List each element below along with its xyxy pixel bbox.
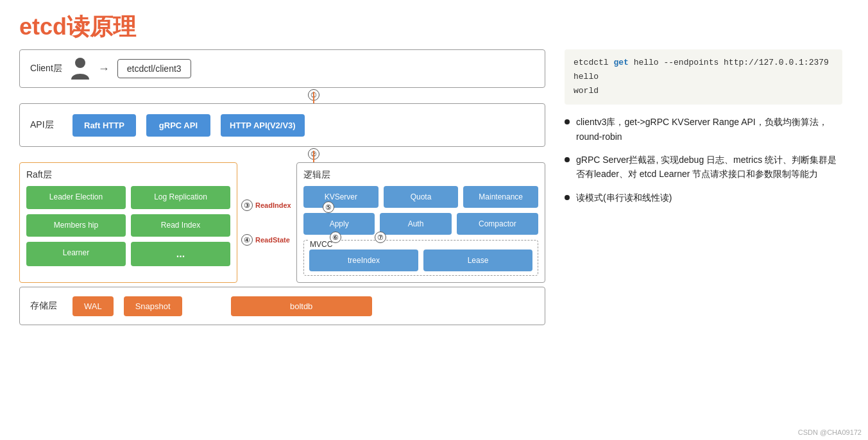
bullet-text-3: 读模式(串行读和线性读) (576, 190, 672, 205)
svg-point-0 (75, 58, 85, 68)
code-line1-rest: hello --endpoints http://127.0.0.1:2379 (629, 58, 829, 67)
learner-btn: Learner (26, 242, 126, 266)
maintenance-btn: Maintenance (463, 186, 538, 208)
read-index-annotation: ReadIndex (255, 201, 291, 209)
lease-btn: Lease (423, 250, 532, 271)
circle-6: ⑥ (330, 232, 341, 243)
bullet-item-2: gRPC Server拦截器, 实现debug 日志、metrics 统计、判断… (565, 153, 842, 182)
arrow-right: → (98, 62, 110, 76)
raft-layer-label: Raft层 (26, 169, 230, 181)
code-line3: world (574, 84, 833, 98)
storage-layer: 存储层 WAL Snapshot boltdb (19, 287, 545, 325)
kvserver-btn: KVServer (303, 186, 379, 208)
diagram-area: Client层 → etcdctl/client3 ① API层 Raft HT… (19, 49, 545, 329)
treeindex-btn: treeIndex (309, 250, 418, 271)
client-target-box: etcdctl/client3 (117, 59, 191, 78)
raft-layer: Raft层 Leader Election Log Replication Me… (19, 162, 237, 283)
logic-layer-label: 逻辑层 (303, 169, 538, 181)
code-keyword: get (613, 58, 628, 67)
right-panel: etcdctl get hello --endpoints http://127… (558, 49, 849, 329)
grpc-api-button: gRPC API (146, 114, 210, 137)
wal-button: WAL (72, 296, 114, 316)
watermark: CSDN @CHA09172 (798, 428, 862, 436)
apply-btn: Apply (303, 213, 375, 235)
api-layer-label: API层 (30, 119, 62, 131)
leader-election-btn: Leader Election (26, 186, 126, 209)
snapshot-button: Snapshot (124, 296, 182, 316)
auth-btn: Auth (380, 213, 451, 235)
client-layer-label: Client层 (30, 63, 62, 74)
bullet-text-1: clientv3库，get->gRPC KVServer Range API，负… (576, 115, 842, 144)
read-index-btn: Read Index (131, 214, 230, 237)
mvcc-label: MVCC (308, 240, 334, 249)
api-layer: API层 Raft HTTP gRPC API HTTP API(V2/V3) (19, 103, 545, 147)
circle-5: ⑤ (323, 201, 334, 213)
dots-btn: ... (131, 242, 230, 266)
bullet-text-2: gRPC Server拦截器, 实现debug 日志、metrics 统计、判断… (576, 153, 842, 182)
bullet-item-1: clientv3库，get->gRPC KVServer Range API，负… (565, 115, 842, 144)
circle-4: ④ (241, 234, 253, 246)
bullet-dot-2 (565, 157, 570, 162)
storage-layer-label: 存储层 (30, 300, 62, 312)
person-icon (70, 56, 90, 81)
code-block: etcdctl get hello --endpoints http://127… (565, 49, 842, 105)
code-line2: hello (574, 70, 833, 84)
quota-btn: Quota (384, 186, 459, 208)
bullet-dot-1 (565, 119, 570, 124)
raft-http-button: Raft HTTP (72, 114, 136, 137)
compactor-btn: Compactor (457, 213, 538, 235)
bullet-list: clientv3库，get->gRPC KVServer Range API，负… (565, 115, 842, 205)
boltdb-button: boltdb (231, 296, 372, 316)
code-line1-prefix: etcdctl (574, 58, 613, 67)
read-state-annotation: ReadState (255, 236, 290, 244)
bullet-item-3: 读模式(串行读和线性读) (565, 190, 842, 205)
http-api-button: HTTP API(V2/V3) (221, 114, 305, 137)
log-replication-btn: Log Replication (131, 186, 230, 209)
client-layer: Client层 → etcdctl/client3 (19, 49, 545, 88)
page-title: etcd读原理 (0, 0, 868, 49)
bullet-dot-3 (565, 195, 570, 200)
logic-layer: 逻辑层 KVServer Quota Maintenance ⑤ Apply A… (296, 162, 545, 283)
membership-btn: Members hip (26, 214, 126, 237)
circle-3: ③ (241, 199, 253, 211)
circle-7: ⑦ (375, 232, 386, 243)
